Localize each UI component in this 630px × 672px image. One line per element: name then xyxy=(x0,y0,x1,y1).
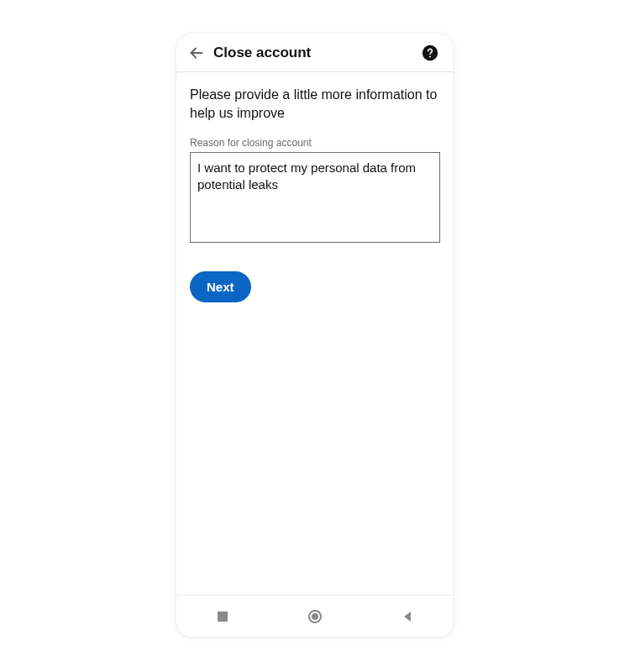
system-nav-bar xyxy=(176,595,454,637)
svg-point-4 xyxy=(312,613,318,620)
next-button[interactable]: Next xyxy=(190,271,251,302)
nav-back-button[interactable] xyxy=(394,611,421,622)
triangle-left-icon xyxy=(402,611,413,622)
help-button[interactable] xyxy=(415,38,445,68)
reason-label: Reason for closing account xyxy=(190,137,440,149)
prompt-text: Please provide a little more information… xyxy=(190,86,440,122)
content-area: Please provide a little more information… xyxy=(176,72,454,595)
svg-rect-2 xyxy=(218,612,228,622)
app-bar: Close account xyxy=(176,34,454,72)
page-title: Close account xyxy=(213,45,415,61)
phone-frame: Close account Please provide a little mo… xyxy=(176,34,454,637)
svg-point-1 xyxy=(429,55,431,57)
square-icon xyxy=(217,611,228,622)
circle-icon xyxy=(307,609,323,624)
arrow-left-icon xyxy=(187,44,206,62)
nav-recent-button[interactable] xyxy=(209,611,236,622)
reason-input[interactable] xyxy=(190,152,440,243)
help-icon xyxy=(422,45,438,61)
nav-home-button[interactable] xyxy=(302,609,328,624)
back-button[interactable] xyxy=(181,38,212,68)
